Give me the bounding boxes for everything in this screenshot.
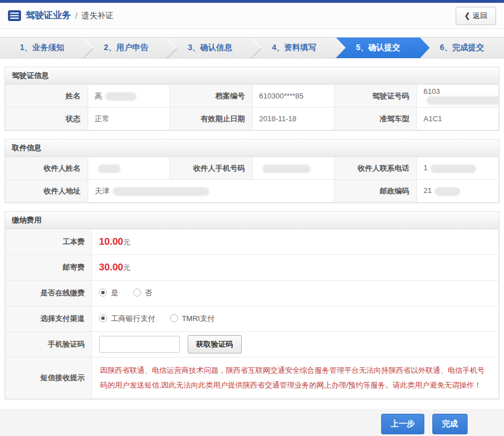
pickup-info-table: 收件人姓名 收件人手机号码 收件人联系电话 1 收件人地址 天津 邮政编码 21 — [5, 157, 499, 203]
license-service-icon — [8, 10, 21, 21]
recipient-address-value: 天津 — [88, 180, 334, 203]
postage-fee-unit: 元 — [123, 264, 131, 272]
page-header: 驾驶证业务 / 遗失补证 ❮返回 — [0, 3, 504, 29]
verification-code-cell: 获取验证码 — [92, 332, 499, 357]
license-number-value: 6103 — [416, 85, 499, 108]
get-code-button[interactable]: 获取验证码 — [188, 335, 242, 353]
channel-tmri-label[interactable]: TMRI支付 — [182, 314, 215, 323]
fees-section: 缴纳费用 工本费 10.00元 邮寄费 30.00元 是否在线缴费 是 否 选择… — [5, 211, 499, 400]
step-1-label: 1、业务须知 — [20, 43, 64, 53]
verification-code-label: 手机验证码 — [6, 332, 92, 357]
step-wizard: 1、业务须知 2、用户申告 3、确认信息 4、资料填写 5、确认提交 6、完成提… — [0, 37, 504, 59]
license-info-section: 驾驶证信息 姓名 高 档案编号 610300****85 驾驶证号码 6103 … — [5, 67, 499, 131]
table-row: 工本费 10.00元 — [6, 229, 499, 255]
step-3-label: 3、确认信息 — [188, 43, 232, 53]
radio-channel-tmri[interactable] — [170, 314, 178, 322]
redacted-name — [105, 92, 137, 101]
step-6-label: 6、完成提交 — [440, 43, 484, 53]
table-row: 状态 正常 有效期止日期 2018-11-18 准驾车型 A1C1 — [6, 108, 499, 130]
redacted-recipient-address — [113, 187, 209, 196]
postcode-text: 21 — [424, 186, 432, 195]
step-4-fill-data[interactable]: 4、资料填写 — [252, 38, 336, 58]
table-row: 手机验证码 获取验证码 — [6, 332, 499, 357]
license-info-title: 驾驶证信息 — [5, 67, 499, 84]
finish-button[interactable]: 完成 — [432, 414, 468, 434]
online-payment-no-label[interactable]: 否 — [145, 289, 152, 297]
postage-fee-label: 邮寄费 — [6, 255, 92, 281]
online-payment-label: 是否在线缴费 — [6, 281, 92, 306]
file-number-value: 610300****85 — [252, 85, 334, 108]
recipient-mobile-label: 收件人手机号码 — [170, 157, 253, 180]
sms-notice-text: 因陕西省联通、电信运营商技术问题，陕西省互联网交通安全综合服务管理平台无法向持陕… — [100, 366, 485, 389]
redacted-recipient-mobile — [262, 164, 311, 173]
recipient-phone-label: 收件人联系电话 — [334, 157, 417, 180]
channel-icbc-label[interactable]: 工商银行支付 — [111, 314, 155, 323]
radio-online-payment-no[interactable] — [133, 289, 141, 297]
recipient-address-text: 天津 — [95, 187, 110, 195]
payment-channel-options: 工商银行支付 TMRI支付 — [92, 306, 499, 332]
pickup-info-section: 取件信息 收件人姓名 收件人手机号码 收件人联系电话 1 收件人地址 天津 邮政… — [5, 139, 499, 203]
table-row: 姓名 高 档案编号 610300****85 驾驶证号码 6103 — [6, 85, 499, 108]
redacted-recipient-phone — [431, 164, 476, 173]
file-number-label: 档案编号 — [170, 85, 253, 108]
step-6-complete-submit[interactable]: 6、完成提交 — [420, 38, 504, 58]
recipient-name-value — [88, 157, 170, 180]
recipient-phone-value: 1 — [416, 157, 499, 180]
production-fee-unit: 元 — [123, 238, 131, 246]
name-value-text: 高 — [95, 92, 102, 100]
license-info-table: 姓名 高 档案编号 610300****85 驾驶证号码 6103 状态 正常 … — [5, 84, 499, 130]
sms-notice-label: 短信接收提示 — [6, 357, 92, 399]
postcode-label: 邮政编码 — [334, 180, 417, 203]
step-3-confirm-info[interactable]: 3、确认信息 — [168, 38, 252, 58]
step-5-confirm-submit[interactable]: 5、确认提交 — [336, 38, 420, 58]
step-4-label: 4、资料填写 — [272, 43, 316, 53]
table-row: 短信接收提示 因陕西省联通、电信运营商技术问题，陕西省互联网交通安全综合服务管理… — [6, 357, 499, 399]
status-label: 状态 — [6, 108, 88, 130]
breadcrumb-current: 遗失补证 — [81, 11, 113, 21]
vehicle-class-label: 准驾车型 — [334, 108, 417, 130]
recipient-name-label: 收件人姓名 — [6, 157, 88, 180]
online-payment-yes-label[interactable]: 是 — [111, 289, 118, 297]
recipient-mobile-value — [252, 157, 334, 180]
recipient-address-label: 收件人地址 — [6, 180, 88, 203]
radio-online-payment-yes[interactable] — [99, 289, 107, 297]
license-number-label: 驾驶证号码 — [334, 85, 417, 108]
radio-channel-icbc[interactable] — [99, 314, 107, 322]
status-value: 正常 — [88, 108, 170, 130]
table-row: 选择支付渠道 工商银行支付 TMRI支付 — [6, 306, 499, 332]
back-chevron-icon: ❮ — [464, 11, 470, 20]
back-button[interactable]: ❮返回 — [456, 7, 496, 25]
step-2-label: 2、用户申告 — [104, 43, 148, 53]
step-5-label: 5、确认提交 — [356, 43, 400, 53]
breadcrumb-separator: / — [75, 11, 77, 20]
redacted-postcode — [435, 187, 460, 196]
production-fee-amount: 10.00 — [99, 236, 123, 247]
postage-fee-amount: 30.00 — [99, 262, 123, 273]
online-payment-options: 是 否 — [92, 281, 499, 306]
back-button-label: 返回 — [473, 11, 488, 20]
footer-action-bar: 上一步 完成 — [0, 409, 504, 436]
production-fee-label: 工本费 — [6, 229, 92, 255]
page-title: 驾驶证业务 — [26, 10, 71, 22]
verification-code-input[interactable] — [99, 336, 180, 353]
fees-title: 缴纳费用 — [5, 212, 499, 229]
table-row: 邮寄费 30.00元 — [6, 255, 499, 281]
vehicle-class-value: A1C1 — [416, 108, 499, 130]
license-number-text: 6103 — [424, 87, 440, 96]
expiry-date-value: 2018-11-18 — [252, 108, 334, 130]
step-2-user-declaration[interactable]: 2、用户申告 — [84, 38, 168, 58]
table-row: 收件人姓名 收件人手机号码 收件人联系电话 1 — [6, 157, 499, 180]
name-label: 姓名 — [6, 85, 88, 108]
redacted-license-number — [427, 96, 499, 105]
postage-fee-value: 30.00元 — [92, 255, 499, 281]
name-value: 高 — [88, 85, 170, 108]
postcode-value: 21 — [416, 180, 499, 203]
previous-step-button[interactable]: 上一步 — [381, 414, 424, 434]
fees-table: 工本费 10.00元 邮寄费 30.00元 是否在线缴费 是 否 选择支付渠道 … — [5, 229, 499, 399]
table-row: 收件人地址 天津 邮政编码 21 — [6, 180, 499, 203]
step-1-business-notice[interactable]: 1、业务须知 — [0, 38, 84, 58]
table-row: 是否在线缴费 是 否 — [6, 281, 499, 306]
production-fee-value: 10.00元 — [92, 229, 499, 255]
payment-channel-label: 选择支付渠道 — [6, 306, 92, 332]
redacted-recipient-name — [98, 164, 121, 173]
